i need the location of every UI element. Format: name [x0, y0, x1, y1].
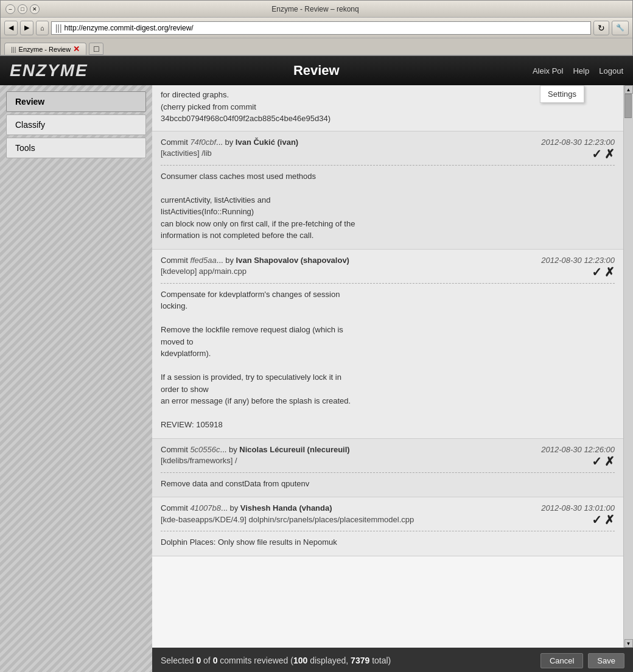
reject-button[interactable]: ✗: [604, 514, 615, 526]
tab-title: Enzyme - Review: [19, 46, 71, 53]
app-body: Review Classify Tools for directed graph…: [0, 85, 633, 672]
approve-button[interactable]: ✓: [592, 455, 602, 467]
sidebar-item-classify[interactable]: Classify: [6, 114, 146, 135]
commit-entry: Commit 41007b8... by Vishesh Handa (vhan…: [152, 497, 623, 556]
title-bar: – □ ✕ Enzyme - Review – rekonq: [1, 1, 632, 18]
displayed-count: 100: [293, 656, 307, 665]
app-container: ENZYME Review Aleix Pol Help Logout Sett…: [0, 56, 633, 672]
app-header: ENZYME Review Aleix Pol Help Logout Sett…: [0, 56, 633, 85]
status-text: Selected 0 of 0 commits reviewed (100 di…: [161, 656, 391, 665]
commit-author: Nicolas Lécureuil (nlecureuil): [239, 445, 349, 454]
commit-header: Commit ffed5aa... by Ivan Shapovalov (sh…: [161, 256, 615, 265]
total-reviewed: 0: [213, 656, 218, 665]
commit-header: Commit 5c0556c... by Nicolas Lécureuil (…: [161, 445, 615, 454]
scroll-down-button[interactable]: ▼: [624, 639, 633, 648]
main-content: for directed graphs. (cherry picked from…: [152, 85, 633, 672]
refresh-button[interactable]: ↻: [593, 21, 609, 35]
commit-divider: [161, 531, 615, 531]
commit-message: Compensate for kdevplatform's changes of…: [161, 289, 615, 431]
commit-actions: ✓ ✗: [592, 514, 615, 526]
settings-label: Settings: [548, 89, 576, 99]
approve-button[interactable]: ✓: [592, 266, 602, 278]
commit-header: Commit 74f0cbf... by Ivan Čukić (ivan) 2…: [161, 138, 615, 147]
settings-dropdown[interactable]: Settings: [540, 85, 584, 103]
help-link[interactable]: Help: [573, 66, 589, 75]
reject-button[interactable]: ✗: [604, 148, 615, 160]
commit-message: Remove data and constData from qputenv: [161, 478, 615, 490]
active-tab[interactable]: ||| Enzyme - Review ✕: [4, 43, 86, 55]
selected-count: 0: [196, 656, 201, 665]
tab-close-button[interactable]: ✕: [73, 45, 80, 53]
reject-button[interactable]: ✗: [604, 266, 615, 278]
sidebar-item-tools[interactable]: Tools: [6, 138, 146, 158]
url-text: http://enzyme.commit-digest.org/review/: [65, 24, 194, 32]
commit-timestamp: 2012-08-30 12:23:00: [541, 256, 615, 265]
commit-path: [kdelibs/frameworks] /: [161, 456, 237, 465]
commit-author: Ivan Shapovalov (shapovalov): [236, 256, 349, 265]
home-button[interactable]: ⌂: [36, 21, 49, 35]
total-count: 7379: [351, 656, 369, 665]
commit-timestamp: 2012-08-30 13:01:00: [541, 503, 615, 513]
forward-button[interactable]: ▶: [20, 21, 33, 35]
tools-button[interactable]: 🔧: [612, 21, 629, 35]
new-tab-button[interactable]: □: [89, 43, 103, 55]
status-actions: Cancel Save: [540, 653, 624, 668]
commit-id: Commit ffed5aa... by Ivan Shapovalov (sh…: [161, 256, 349, 265]
approve-button[interactable]: ✓: [592, 514, 602, 526]
commit-actions: ✓ ✗: [592, 266, 615, 278]
minimize-button[interactable]: –: [5, 4, 15, 14]
commit-path: [kdevelop] app/main.cpp: [161, 267, 247, 276]
sidebar: Review Classify Tools: [0, 85, 152, 672]
commit-id: Commit 74f0cbf... by Ivan Čukić (ivan): [161, 138, 298, 147]
commit-timestamp: 2012-08-30 12:26:00: [541, 445, 615, 454]
commit-actions: ✓ ✗: [592, 148, 615, 160]
commit-entry: Commit 5c0556c... by Nicolas Lécureuil (…: [152, 439, 623, 498]
tab-favicon: |||: [11, 46, 16, 53]
commit-header: Commit 41007b8... by Vishesh Handa (vhan…: [161, 503, 615, 513]
username: Aleix Pol: [533, 66, 564, 75]
app-logo: ENZYME: [10, 61, 88, 80]
scrollbar[interactable]: ▲ ▼: [623, 85, 633, 648]
scroll-up-button[interactable]: ▲: [624, 85, 633, 94]
commit-path: [kactivities] /lib: [161, 149, 212, 158]
commit-message: Dolphin Places: Only show file results i…: [161, 536, 615, 548]
save-button[interactable]: Save: [588, 653, 624, 668]
close-button[interactable]: ✕: [30, 4, 40, 14]
sidebar-item-review[interactable]: Review: [6, 91, 146, 112]
address-bar[interactable]: ||| http://enzyme.commit-digest.org/revi…: [51, 21, 591, 35]
scroll-thumb[interactable]: [624, 94, 632, 118]
tabs-bar: ||| Enzyme - Review ✕ □: [1, 38, 632, 55]
commit-timestamp: 2012-08-30 12:23:00: [541, 138, 615, 147]
browser-window: – □ ✕ Enzyme - Review – rekonq ◀ ▶ ⌂ |||…: [0, 0, 633, 56]
cancel-button[interactable]: Cancel: [540, 653, 583, 668]
commit-id: Commit 41007b8... by Vishesh Handa (vhan…: [161, 503, 332, 513]
browser-toolbar: ◀ ▶ ⌂ ||| http://enzyme.commit-digest.or…: [1, 18, 632, 38]
maximize-button[interactable]: □: [18, 4, 27, 14]
commit-message: Consumer class caches most used methods …: [161, 170, 615, 242]
reject-button[interactable]: ✗: [604, 455, 615, 467]
back-button[interactable]: ◀: [4, 21, 18, 35]
commit-divider: [161, 283, 615, 284]
commit-entry: Commit 74f0cbf... by Ivan Čukić (ivan) 2…: [152, 131, 623, 250]
commit-actions: ✓ ✗: [592, 455, 615, 467]
commits-list: for directed graphs. (cherry picked from…: [152, 85, 623, 648]
scroll-container: for directed graphs. (cherry picked from…: [152, 85, 633, 648]
page-title: Review: [100, 63, 533, 79]
approve-button[interactable]: ✓: [592, 148, 602, 160]
commit-entry: Commit ffed5aa... by Ivan Shapovalov (sh…: [152, 250, 623, 439]
commit-author: Vishesh Handa (vhanda): [240, 503, 332, 513]
commit-path: [kde-baseapps/KDE/4.9] dolphin/src/panel…: [161, 515, 414, 524]
window-title: Enzyme - Review – rekonq: [40, 5, 591, 13]
status-bar: Selected 0 of 0 commits reviewed (100 di…: [152, 648, 633, 672]
header-right: Aleix Pol Help Logout: [533, 66, 623, 75]
commit-id: Commit 5c0556c... by Nicolas Lécureuil (…: [161, 445, 350, 454]
logout-link[interactable]: Logout: [599, 66, 623, 75]
commit-author: Ivan Čukić (ivan): [236, 138, 298, 147]
commit-divider: [161, 165, 615, 166]
commit-divider: [161, 472, 615, 473]
